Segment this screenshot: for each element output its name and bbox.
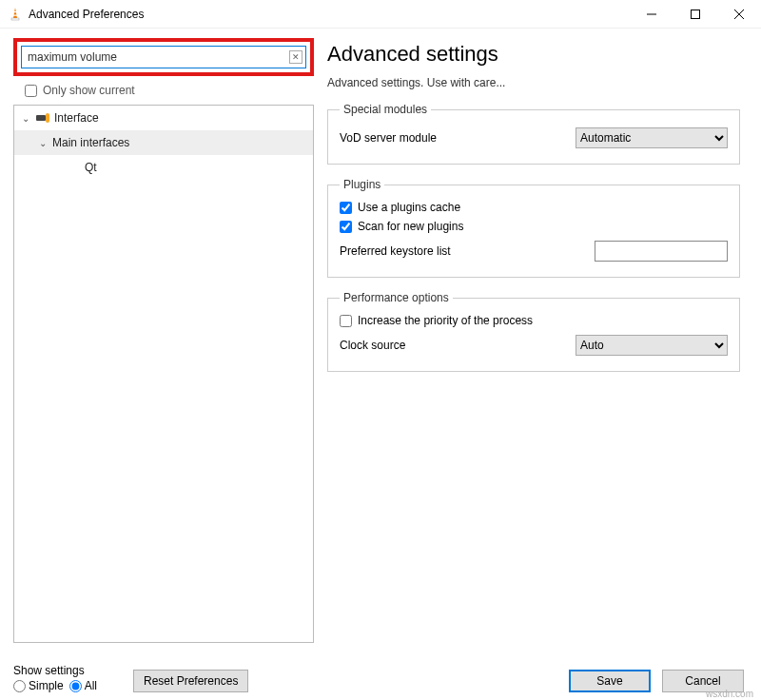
window-title: Advanced Preferences <box>29 8 144 21</box>
radio-all-label: All <box>85 679 97 692</box>
close-button[interactable] <box>717 0 761 29</box>
legend-plugins: Plugins <box>340 178 384 191</box>
search-highlight-box: ✕ <box>13 38 314 76</box>
only-show-current-checkbox[interactable] <box>25 85 37 97</box>
legend-performance: Performance options <box>340 291 453 304</box>
svg-rect-8 <box>46 113 49 123</box>
use-plugins-cache-label: Use a plugins cache <box>358 201 460 214</box>
group-special-modules: Special modules VoD server module Automa… <box>327 103 740 165</box>
keystore-label: Preferred keystore list <box>340 244 541 258</box>
svg-rect-7 <box>36 115 46 121</box>
titlebar: Advanced Preferences <box>0 0 761 29</box>
page-description: Advanced settings. Use with care... <box>327 76 740 89</box>
search-input[interactable] <box>21 46 306 68</box>
page-title: Advanced settings <box>327 42 740 67</box>
svg-rect-2 <box>13 14 18 15</box>
minimize-button[interactable] <box>630 0 673 29</box>
svg-rect-4 <box>692 10 700 18</box>
use-plugins-cache-checkbox[interactable] <box>340 202 352 214</box>
group-plugins: Plugins Use a plugins cache Scan for new… <box>327 178 740 278</box>
increase-priority-checkbox[interactable] <box>340 315 352 327</box>
tree-label: Interface <box>54 111 99 125</box>
radio-simple-row[interactable]: Simple <box>13 679 64 692</box>
svg-rect-0 <box>11 18 19 20</box>
tree-item-qt[interactable]: ⌄ Qt <box>14 155 313 180</box>
radio-simple[interactable] <box>13 680 26 692</box>
vod-server-label: VoD server module <box>340 131 541 145</box>
show-settings-label: Show settings <box>13 664 97 677</box>
preferences-tree[interactable]: ⌄ Interface ⌄ Main interfaces ⌄ Qt <box>13 105 314 643</box>
tree-item-interface[interactable]: ⌄ Interface <box>14 106 313 130</box>
legend-special-modules: Special modules <box>340 103 431 116</box>
save-button[interactable]: Save <box>569 670 651 692</box>
radio-all[interactable] <box>69 680 82 692</box>
bottom-bar: Show settings Simple All Reset Preferenc… <box>0 643 761 700</box>
vlc-cone-icon <box>8 7 23 22</box>
tree-label: Qt <box>85 161 97 174</box>
scan-new-plugins-checkbox[interactable] <box>340 221 352 233</box>
chevron-down-icon[interactable]: ⌄ <box>20 113 31 124</box>
reset-preferences-button[interactable]: Reset Preferences <box>133 670 248 692</box>
keystore-input[interactable] <box>595 241 728 262</box>
chevron-down-icon[interactable]: ⌄ <box>37 138 49 148</box>
tree-label: Main interfaces <box>52 136 129 149</box>
watermark: wsxdn.com <box>706 689 753 699</box>
only-show-current-label: Only show current <box>43 84 135 97</box>
svg-rect-1 <box>13 11 17 12</box>
increase-priority-label: Increase the priority of the process <box>358 314 533 327</box>
vod-server-select[interactable]: Automatic <box>576 127 728 148</box>
clock-source-label: Clock source <box>340 339 541 352</box>
maximize-button[interactable] <box>673 0 717 29</box>
tree-item-main-interfaces[interactable]: ⌄ Main interfaces <box>14 130 313 155</box>
radio-simple-label: Simple <box>29 679 64 692</box>
only-show-current-row[interactable]: Only show current <box>25 84 314 97</box>
scan-new-plugins-label: Scan for new plugins <box>358 220 463 233</box>
clear-search-icon[interactable]: ✕ <box>289 50 302 64</box>
group-performance: Performance options Increase the priorit… <box>327 291 740 372</box>
clock-source-select[interactable]: Auto <box>576 335 728 356</box>
radio-all-row[interactable]: All <box>69 679 97 692</box>
interface-icon <box>35 111 50 125</box>
